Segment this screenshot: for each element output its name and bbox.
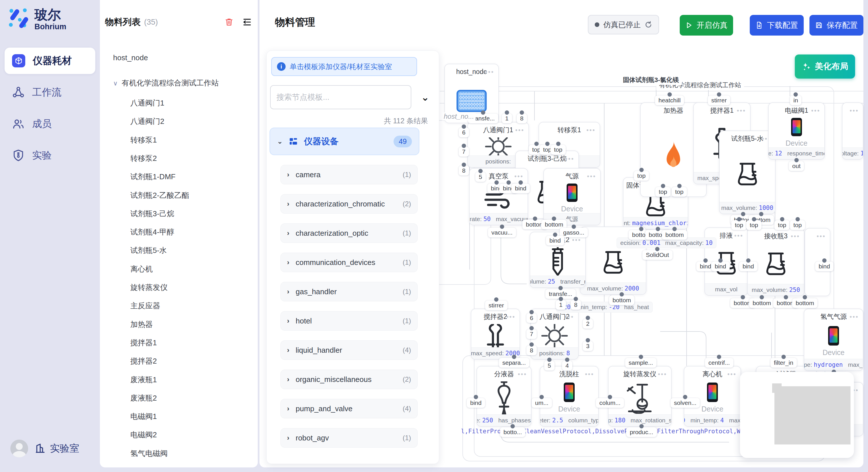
tree-item-label: 八通阀门2: [130, 117, 164, 126]
tree-item-旋转蒸发仪[interactable]: 旋转蒸发仪: [130, 282, 167, 293]
tree-item-label: 转移泵2: [130, 154, 157, 163]
tree-item-试剂瓶2-乙酸乙酯[interactable]: 试剂瓶2-乙酸乙酯: [130, 191, 189, 200]
tree-item-label: host_node: [113, 53, 148, 62]
tree-item-电磁阀1[interactable]: 电磁阀1: [130, 411, 157, 422]
template-item-characterization_chromatic[interactable]: ›characterization_chromatic(2): [280, 194, 417, 214]
brand-name: 玻尔: [34, 8, 66, 21]
template-item-label: robot_agv: [296, 434, 329, 442]
template-item-hotel[interactable]: ›hotel(1): [280, 311, 417, 331]
brand-logo[interactable]: 玻尔 Bohrium: [8, 7, 66, 31]
template-item-label: organic_miscellaneous: [296, 375, 371, 384]
search-template-input[interactable]: [270, 85, 411, 109]
simulation-status-pill[interactable]: 仿真已停止: [588, 15, 659, 34]
tree-item-搅拌器1[interactable]: 搅拌器1: [130, 338, 157, 348]
tree-item-八通阀门2[interactable]: 八通阀门2: [130, 116, 164, 127]
sidebar-item-laboratory[interactable]: 实验室: [34, 442, 79, 455]
tree-item-电磁阀2[interactable]: 电磁阀2: [130, 430, 157, 440]
tree-item-label: 试剂瓶2-乙酸乙酯: [130, 191, 189, 200]
tree-item-废液瓶2[interactable]: 废液瓶2: [130, 393, 157, 403]
download-file-icon: [755, 22, 763, 29]
start-simulation-button[interactable]: 开启仿真: [680, 15, 733, 36]
template-item-count: (1): [403, 317, 411, 325]
template-item-pump_and_valve[interactable]: ›pump_and_valve(4): [280, 399, 417, 418]
chevron-down-icon[interactable]: ∨: [113, 80, 118, 87]
tree-item-label: 搅拌器2: [130, 357, 157, 365]
tree-item-label: 试剂瓶3-己烷: [130, 209, 174, 218]
start-simulation-label: 开启仿真: [696, 20, 727, 30]
tree-item-氢气电磁阀[interactable]: 氢气电磁阀: [130, 448, 167, 459]
template-item-count: (1): [403, 229, 411, 237]
tree-item-废液瓶1[interactable]: 废液瓶1: [130, 375, 157, 385]
sidebar-item-仪器耗材[interactable]: 仪器耗材: [5, 47, 95, 74]
grid-icon: [288, 136, 298, 146]
category-label: 仪器设备: [304, 136, 338, 147]
chevron-right-icon: ›: [287, 346, 289, 354]
workflow-icon: [12, 86, 25, 99]
materials-count: (35): [144, 18, 158, 27]
tree-item-host_node[interactable]: host_node: [113, 53, 148, 62]
tree-item-真空泵[interactable]: 真空泵: [130, 467, 153, 467]
tree-item-主反应器[interactable]: 主反应器: [130, 301, 160, 311]
template-item-camera[interactable]: ›camera(1): [280, 165, 417, 184]
sidebar-item-成员[interactable]: 成员: [5, 111, 95, 137]
tree-item-label: 离心机: [130, 265, 153, 273]
template-hint-text: 单击模板添加仪器/耗材至实验室: [290, 62, 392, 71]
tree-item-label: 搅拌器1: [130, 338, 157, 347]
experiment-icon: [12, 149, 25, 162]
tree-item-label: 主反应器: [130, 301, 160, 310]
download-config-button[interactable]: 下载配置: [750, 15, 804, 36]
tree-item-label: 试剂瓶4-甲醇: [130, 228, 174, 236]
template-item-communication_devices[interactable]: ›communication_devices(1): [280, 252, 417, 272]
template-item-label: characterization_chromatic: [296, 200, 385, 208]
tree-item-搅拌器2[interactable]: 搅拌器2: [130, 356, 157, 366]
tree-item-label: 废液瓶2: [130, 394, 157, 402]
template-item-label: gas_handler: [296, 287, 337, 296]
template-item-robot_agv[interactable]: ›robot_agv(1): [280, 428, 417, 448]
tree-item-试剂瓶1-DMF[interactable]: 试剂瓶1-DMF: [130, 172, 175, 182]
tree-item-加热器[interactable]: 加热器: [130, 319, 153, 330]
chevron-right-icon: ›: [287, 258, 289, 266]
chevron-down-icon[interactable]: ⌄: [421, 92, 429, 103]
template-hint-banner: i 单击模板添加仪器/耗材至实验室: [271, 57, 417, 76]
materials-header: 物料列表 (35): [105, 16, 252, 28]
tree-item-有机化学流程综合测试工作站[interactable]: ∨有机化学流程综合测试工作站: [113, 78, 219, 88]
members-icon: [12, 117, 25, 130]
tree-item-转移泵2[interactable]: 转移泵2: [130, 154, 157, 164]
beautify-layout-button[interactable]: 美化布局: [795, 55, 855, 78]
materials-tree: host_node∨有机化学流程综合测试工作站八通阀门1八通阀门2转移泵1转移泵…: [105, 46, 254, 467]
tree-item-八通阀门1[interactable]: 八通阀门1: [130, 98, 164, 108]
sidebar-item-工作流[interactable]: 工作流: [5, 79, 95, 105]
sidebar-item-label: 实验: [32, 149, 52, 162]
tree-item-label: 八通阀门1: [130, 99, 164, 107]
chevron-right-icon: ›: [287, 171, 289, 179]
chevron-right-icon: ›: [287, 434, 289, 442]
tree-item-label: 旋转蒸发仪: [130, 283, 167, 292]
sidebar-item-label: 成员: [32, 117, 52, 131]
tree-item-label: 试剂瓶1-DMF: [130, 172, 175, 181]
minimap-nodes-shape: [774, 386, 850, 444]
building-icon: [34, 443, 46, 454]
info-icon: i: [277, 62, 286, 71]
user-avatar[interactable]: [10, 440, 28, 458]
play-icon: [685, 22, 693, 29]
tree-item-试剂瓶3-己烷[interactable]: 试剂瓶3-己烷: [130, 209, 174, 219]
template-item-organic_miscellaneous[interactable]: ›organic_miscellaneous(2): [280, 370, 417, 389]
tree-item-离心机[interactable]: 离心机: [130, 264, 153, 274]
tree-item-试剂瓶5-水[interactable]: 试剂瓶5-水: [130, 245, 167, 256]
trash-icon[interactable]: [224, 18, 234, 27]
tree-item-转移泵1[interactable]: 转移泵1: [130, 135, 157, 145]
save-config-button[interactable]: 保存配置: [809, 15, 863, 36]
template-item-count: (2): [403, 375, 411, 383]
refresh-icon[interactable]: [645, 21, 652, 28]
tree-item-试剂瓶4-甲醇[interactable]: 试剂瓶4-甲醇: [130, 227, 174, 237]
page-title: 物料管理: [275, 15, 315, 29]
template-item-gas_handler[interactable]: ›gas_handler(1): [280, 282, 417, 301]
beautify-layout-label: 美化布局: [815, 61, 848, 72]
tree-item-label: 电磁阀1: [130, 412, 157, 421]
template-item-characterization_optic[interactable]: ›characterization_optic(1): [280, 224, 417, 243]
chevron-right-icon: ›: [287, 317, 289, 325]
sidebar-item-实验[interactable]: 实验: [5, 142, 95, 169]
template-item-liquid_handler[interactable]: ›liquid_handler(4): [280, 340, 417, 360]
collapse-list-icon[interactable]: [242, 17, 252, 27]
category-instruments[interactable]: ⌄ 仪器设备 49: [270, 128, 420, 155]
